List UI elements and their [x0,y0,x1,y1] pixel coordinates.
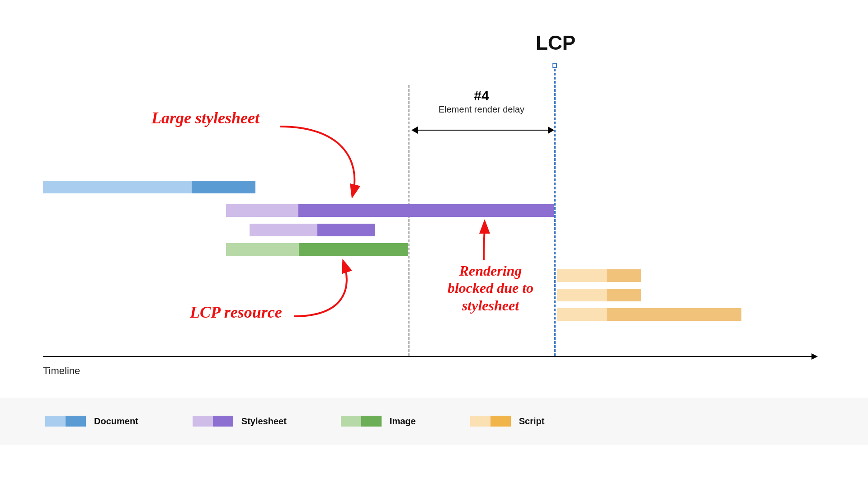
diagram-canvas: LCP #4 Element render delay [0,0,868,488]
legend-label-image: Image [390,416,416,427]
legend-item-stylesheet: Stylesheet [193,416,287,427]
swatch-stylesheet [193,416,233,427]
legend-item-image: Image [341,416,416,427]
timeline-axis-label: Timeline [43,365,80,377]
lcp-marker-line [554,69,556,356]
phase-number: #4 [409,88,554,103]
annotation-large-stylesheet-arrow [276,122,384,208]
annotation-rendering-blocked-arrow [475,219,502,262]
render-start-marker-line [408,85,410,356]
phase-arrow-left [411,127,418,134]
annotation-lcp-resource: LCP resource [190,303,282,322]
bar-script-3 [557,308,741,321]
legend: Document Stylesheet Image Script [0,398,868,445]
legend-label-stylesheet: Stylesheet [241,416,287,427]
timeline-axis-arrow [811,353,818,360]
swatch-image [341,416,382,427]
legend-label-document: Document [94,416,138,427]
bar-script-2 [557,289,641,301]
annotation-rendering-blocked: Rendering blocked due to stylesheet [432,262,549,314]
phase-label: #4 Element render delay [409,88,554,115]
bar-stylesheet-large [226,204,554,217]
phase-arrow-right [548,127,554,134]
annotation-large-stylesheet: Large stylesheet [151,108,259,128]
phase-subtitle: Element render delay [409,104,554,115]
swatch-script [470,416,511,427]
legend-item-document: Document [45,416,138,427]
bar-document [43,181,255,193]
timeline-axis [43,356,811,357]
annotation-lcp-resource-arrow [289,258,380,330]
lcp-marker-label: LCP [536,32,576,54]
bar-image-lcp [226,243,408,256]
phase-arrow-line [418,130,548,131]
legend-item-script: Script [470,416,545,427]
swatch-document [45,416,86,427]
lcp-marker-handle [552,63,557,68]
bar-stylesheet-2 [250,224,375,236]
legend-label-script: Script [519,416,545,427]
bar-script-1 [557,269,641,282]
